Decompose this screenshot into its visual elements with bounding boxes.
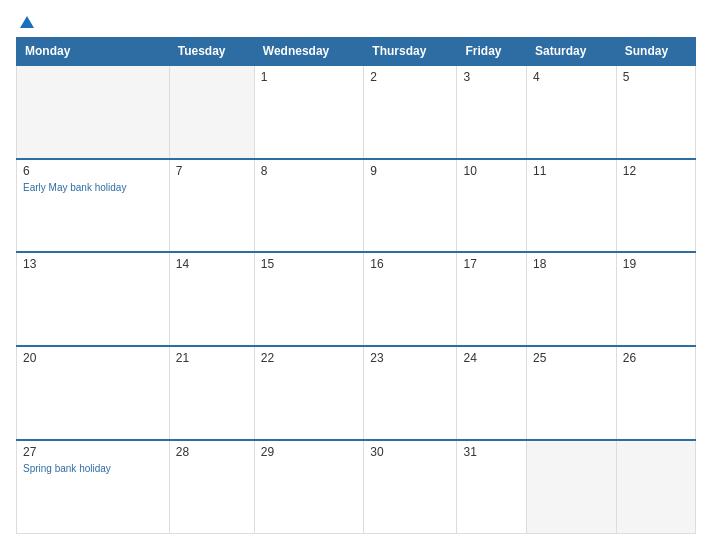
calendar-header-row: MondayTuesdayWednesdayThursdayFridaySatu… (17, 38, 696, 66)
weekday-header-sunday: Sunday (616, 38, 695, 66)
day-number: 31 (463, 445, 520, 459)
calendar-week-row: 13141516171819 (17, 252, 696, 346)
day-number: 12 (623, 164, 689, 178)
day-number: 11 (533, 164, 610, 178)
calendar-day-cell: 3 (457, 65, 527, 159)
calendar-day-cell: 16 (364, 252, 457, 346)
weekday-header-wednesday: Wednesday (254, 38, 364, 66)
calendar-day-cell (527, 440, 617, 534)
weekday-header-tuesday: Tuesday (169, 38, 254, 66)
calendar-day-cell: 24 (457, 346, 527, 440)
day-number: 13 (23, 257, 163, 271)
weekday-header-friday: Friday (457, 38, 527, 66)
calendar-week-row: 12345 (17, 65, 696, 159)
day-number: 10 (463, 164, 520, 178)
day-number: 1 (261, 70, 358, 84)
calendar-week-row: 20212223242526 (17, 346, 696, 440)
logo (16, 16, 34, 29)
day-number: 9 (370, 164, 450, 178)
day-number: 2 (370, 70, 450, 84)
weekday-header-thursday: Thursday (364, 38, 457, 66)
calendar-day-cell: 13 (17, 252, 170, 346)
day-number: 30 (370, 445, 450, 459)
day-number: 23 (370, 351, 450, 365)
calendar-day-cell: 5 (616, 65, 695, 159)
weekday-header-monday: Monday (17, 38, 170, 66)
calendar-day-cell: 10 (457, 159, 527, 253)
calendar-day-cell: 31 (457, 440, 527, 534)
day-number: 22 (261, 351, 358, 365)
calendar-day-cell: 14 (169, 252, 254, 346)
calendar-body: 123456Early May bank holiday789101112131… (17, 65, 696, 534)
calendar-day-cell: 15 (254, 252, 364, 346)
day-event: Early May bank holiday (23, 182, 126, 193)
calendar-day-cell: 4 (527, 65, 617, 159)
calendar-day-cell: 2 (364, 65, 457, 159)
day-number: 5 (623, 70, 689, 84)
calendar-table: MondayTuesdayWednesdayThursdayFridaySatu… (16, 37, 696, 534)
calendar-day-cell: 11 (527, 159, 617, 253)
calendar-day-cell: 26 (616, 346, 695, 440)
calendar-day-cell: 23 (364, 346, 457, 440)
day-number: 24 (463, 351, 520, 365)
calendar-day-cell: 9 (364, 159, 457, 253)
calendar-day-cell: 27Spring bank holiday (17, 440, 170, 534)
calendar-day-cell: 28 (169, 440, 254, 534)
calendar-day-cell: 6Early May bank holiday (17, 159, 170, 253)
day-number: 27 (23, 445, 163, 459)
calendar-day-cell: 8 (254, 159, 364, 253)
day-number: 26 (623, 351, 689, 365)
calendar-header (16, 16, 696, 29)
day-event: Spring bank holiday (23, 463, 111, 474)
day-number: 7 (176, 164, 248, 178)
day-number: 4 (533, 70, 610, 84)
calendar-day-cell: 21 (169, 346, 254, 440)
calendar-day-cell (616, 440, 695, 534)
calendar-day-cell: 29 (254, 440, 364, 534)
calendar-day-cell: 22 (254, 346, 364, 440)
weekday-header-row: MondayTuesdayWednesdayThursdayFridaySatu… (17, 38, 696, 66)
day-number: 28 (176, 445, 248, 459)
weekday-header-saturday: Saturday (527, 38, 617, 66)
day-number: 14 (176, 257, 248, 271)
calendar-day-cell: 30 (364, 440, 457, 534)
day-number: 19 (623, 257, 689, 271)
day-number: 20 (23, 351, 163, 365)
calendar-day-cell (17, 65, 170, 159)
day-number: 8 (261, 164, 358, 178)
calendar-day-cell: 7 (169, 159, 254, 253)
day-number: 25 (533, 351, 610, 365)
day-number: 16 (370, 257, 450, 271)
calendar-day-cell: 18 (527, 252, 617, 346)
calendar-day-cell: 12 (616, 159, 695, 253)
logo-triangle-icon (20, 16, 34, 28)
calendar-day-cell: 17 (457, 252, 527, 346)
calendar-week-row: 27Spring bank holiday28293031 (17, 440, 696, 534)
day-number: 3 (463, 70, 520, 84)
day-number: 29 (261, 445, 358, 459)
day-number: 6 (23, 164, 163, 178)
calendar-page: MondayTuesdayWednesdayThursdayFridaySatu… (0, 0, 712, 550)
day-number: 15 (261, 257, 358, 271)
day-number: 17 (463, 257, 520, 271)
calendar-day-cell: 1 (254, 65, 364, 159)
day-number: 18 (533, 257, 610, 271)
calendar-day-cell: 25 (527, 346, 617, 440)
calendar-day-cell: 20 (17, 346, 170, 440)
day-number: 21 (176, 351, 248, 365)
calendar-day-cell (169, 65, 254, 159)
calendar-day-cell: 19 (616, 252, 695, 346)
calendar-week-row: 6Early May bank holiday789101112 (17, 159, 696, 253)
